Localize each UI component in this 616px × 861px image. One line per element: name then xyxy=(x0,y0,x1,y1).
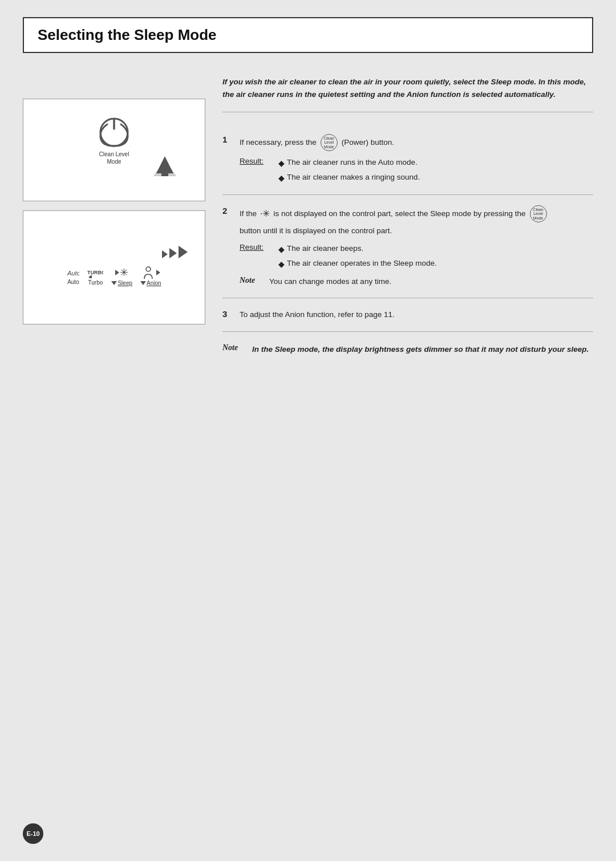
step-1-result-items: ◆ The air cleaner runs in the Auto mode.… xyxy=(278,157,420,184)
result-item-2a: ◆ The air cleaner beeps. xyxy=(278,243,437,255)
power-button-icon xyxy=(98,116,130,148)
right-panel: If you wish the air cleaner to clean the… xyxy=(205,64,593,861)
page-footer: E-10 xyxy=(23,823,43,844)
mode-button-inline[interactable]: CleanLevelMode xyxy=(530,205,547,222)
step-1-row: 1 If necessary, press the CleanLevelMode… xyxy=(222,134,593,184)
main-layout: Clean LevelMode xyxy=(23,64,593,861)
svg-point-8 xyxy=(146,267,151,271)
step-2-section: 2 If the ·✳ is not displayed on the cont… xyxy=(222,195,593,298)
step-2-result-items: ◆ The air cleaner beeps. ◆ The air clean… xyxy=(278,243,437,270)
power-button-inline[interactable]: CleanLevelMode xyxy=(321,134,338,151)
step-1-main: If necessary, press the CleanLevelMode (… xyxy=(240,134,593,151)
step-3-text: To adjust the Anion function, refer to p… xyxy=(240,310,395,319)
sleep-mode-icon: ✳ Sleep xyxy=(111,266,132,286)
bullet-2b: ◆ xyxy=(278,258,285,270)
mode-arrows xyxy=(35,246,193,258)
step-2-main: If the ·✳ is not displayed on the contro… xyxy=(240,205,593,237)
page-title: Selecting the Sleep Mode xyxy=(38,26,217,43)
step-2-result: Result: ◆ The air cleaner beeps. ◆ The a… xyxy=(240,243,593,270)
step-1-number: 1 xyxy=(222,135,232,144)
step-3-number: 3 xyxy=(222,309,232,319)
sleep-icon-inline: ·✳ xyxy=(260,206,270,221)
svg-marker-4 xyxy=(153,159,176,176)
left-panel: Clean LevelMode xyxy=(23,64,205,861)
step-2-row: 2 If the ·✳ is not displayed on the cont… xyxy=(222,205,593,287)
bottom-note-label: Note xyxy=(222,343,245,352)
diagram-box-2: Auto Auto TURBO Turbo xyxy=(23,210,205,324)
diagonal-arrow xyxy=(153,153,176,178)
bullet-2a: ◆ xyxy=(278,243,285,255)
result-item-1a: ◆ The air cleaner runs in the Auto mode. xyxy=(278,157,420,169)
page-header: Selecting the Sleep Mode xyxy=(23,17,593,53)
step-1-section: 1 If necessary, press the CleanLevelMode… xyxy=(222,124,593,195)
result-text-1b: The air cleaner makes a ringing sound. xyxy=(287,172,420,183)
mode-display: Auto Auto TURBO Turbo xyxy=(35,246,193,290)
power-btn-diagram: Clean LevelMode xyxy=(35,111,193,189)
step-2-middle: is not displayed on the control part, se… xyxy=(273,208,525,220)
auto-mode-icon: Auto Auto xyxy=(67,267,79,285)
step-2-content: If the ·✳ is not displayed on the contro… xyxy=(240,205,593,287)
step-1-result: Result: ◆ The air cleaner runs in the Au… xyxy=(240,157,593,184)
bottom-note-section: Note In the Sleep mode, the display brig… xyxy=(222,332,593,367)
result-text-2b: The air cleaner operates in the Sleep mo… xyxy=(287,258,437,269)
step-1-before: If necessary, press the xyxy=(240,136,317,149)
note-label-1: Note xyxy=(240,276,262,285)
step-1-content: If necessary, press the CleanLevelMode (… xyxy=(240,134,593,184)
mode-icons-row: Auto Auto TURBO Turbo xyxy=(61,263,167,290)
turbo-mode-icon: TURBO Turbo xyxy=(87,267,103,286)
step-2-number: 2 xyxy=(222,206,232,216)
page-number-badge: E-10 xyxy=(23,823,43,844)
intro-text: If you wish the air cleaner to clean the… xyxy=(222,76,593,112)
result-text-2a: The air cleaner beeps. xyxy=(287,243,363,254)
step-3-content: To adjust the Anion function, refer to p… xyxy=(240,308,593,321)
step-2-result-label: Result: xyxy=(240,243,270,270)
page-container: Selecting the Sleep Mode Clean Leve xyxy=(0,0,616,861)
result-item-2b: ◆ The air cleaner operates in the Sleep … xyxy=(278,258,437,270)
svg-text:TURBO: TURBO xyxy=(87,270,103,275)
result-text-1a: The air cleaner runs in the Auto mode. xyxy=(287,157,418,168)
step-1-result-label: Result: xyxy=(240,157,270,184)
power-btn-label: Clean LevelMode xyxy=(99,151,129,165)
bullet-1a: ◆ xyxy=(278,157,285,169)
note-text-1: You can change modes at any time. xyxy=(269,276,391,287)
result-item-1b: ◆ The air cleaner makes a ringing sound. xyxy=(278,172,420,184)
step-2-note: Note You can change modes at any time. xyxy=(240,276,593,287)
anion-mode-icon: Anion xyxy=(140,266,161,286)
bullet-1b: ◆ xyxy=(278,172,285,184)
arrow-small xyxy=(162,250,168,258)
step-3-row: 3 To adjust the Anion function, refer to… xyxy=(222,308,593,321)
step-1-after: (Power) button. xyxy=(342,136,394,149)
step-2-before: If the xyxy=(240,208,257,220)
svg-text:Auto: Auto xyxy=(67,270,79,277)
arrow-large xyxy=(179,246,188,258)
step-2-after: button until it is displayed on the cont… xyxy=(240,225,392,237)
arrow-medium xyxy=(169,248,177,258)
step-3-section: 3 To adjust the Anion function, refer to… xyxy=(222,298,593,332)
diagram-box-1: Clean LevelMode xyxy=(23,99,205,201)
bottom-note-text: In the Sleep mode, the display brightnes… xyxy=(252,343,589,356)
